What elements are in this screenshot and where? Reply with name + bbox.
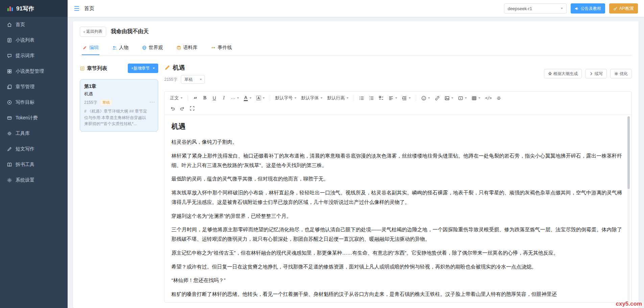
watermark: cxy5.com: [616, 301, 642, 307]
table-icon: [472, 96, 477, 101]
scrollbar-thumb[interactable]: [627, 116, 630, 189]
fullscreen-button[interactable]: [188, 104, 197, 113]
redo-icon: [180, 106, 185, 111]
chevron-down-icon: [263, 97, 265, 99]
sidebar-item-chapter-manage[interactable]: 章节管理: [0, 79, 68, 95]
chevron-down-icon: [153, 68, 155, 69]
editor-wordcount: 2155字: [164, 77, 177, 82]
api-config-button[interactable]: API配置: [609, 3, 638, 14]
sidebar-item-prompt-library[interactable]: 提示词库: [0, 48, 68, 64]
chevron-down-icon: [465, 97, 467, 99]
tab-edit[interactable]: 编辑: [82, 41, 99, 55]
highlight-color-button[interactable]: A: [254, 94, 267, 102]
sidebar-item-label: 章节管理: [16, 84, 34, 90]
font-color-button[interactable]: A: [242, 94, 254, 102]
magic-icon: [548, 72, 552, 76]
sidebar-item-short-writing[interactable]: 短文写作: [0, 141, 68, 157]
horizontal-rule-button[interactable]: [494, 94, 503, 102]
font-size-dropdown[interactable]: 默认字号: [273, 94, 299, 102]
chapter-panel-head: 章节列表 +新增章节: [80, 64, 158, 73]
link-button[interactable]: [433, 94, 442, 102]
italic-button[interactable]: I: [219, 94, 228, 102]
tab-corpus[interactable]: 语料库: [176, 41, 198, 55]
add-chapter-button[interactable]: +新增章节: [128, 64, 158, 73]
editor-scrollbar[interactable]: [627, 116, 630, 301]
horizontal-rule-icon: [496, 96, 501, 101]
generate-from-outline-button[interactable]: 根据大纲生成: [544, 69, 582, 78]
workspace: 章节列表 +新增章节 第1章 机遇 2155字: [80, 64, 632, 303]
settings-icon: [7, 177, 12, 183]
ordered-list-button[interactable]: [367, 94, 376, 102]
add-chapter-label: +新增章节: [131, 66, 150, 71]
announcement-button[interactable]: 公告及教程: [571, 3, 605, 14]
back-button-label: 返回列表: [86, 29, 102, 34]
toolbar-divider: [270, 95, 270, 101]
document-heading: 机遇: [171, 122, 622, 131]
emoji-icon: [421, 96, 426, 101]
editor-head: 机遇 2155字 草稿: [164, 64, 632, 84]
sidebar-item-novel-type[interactable]: 小说类型管理: [0, 64, 68, 79]
editor-document[interactable]: 机遇 枯灵谷的风，像钝刀子割肉。林轩紧了紧身上那件洗得发白、袖口还缀着补丁的灰布…: [165, 115, 631, 302]
paragraph-style-dropdown[interactable]: 正文: [168, 94, 185, 102]
sidebar-item-novel-list[interactable]: 小说列表: [0, 32, 68, 48]
chapter-status-select[interactable]: 草稿: [181, 75, 205, 84]
sidebar-item-home[interactable]: 首页: [0, 17, 68, 32]
sidebar-item-book-analysis[interactable]: 拆书工具: [0, 157, 68, 172]
chapter-more-button[interactable]: ···: [149, 99, 155, 104]
tab-timeline[interactable]: 事件线: [210, 41, 233, 55]
table-button[interactable]: [470, 94, 482, 102]
video-button[interactable]: [456, 94, 469, 102]
tab-characters[interactable]: 人物: [112, 41, 129, 55]
underline-button[interactable]: U: [210, 94, 219, 102]
font-family-value: 默认字体: [301, 95, 319, 101]
align-dropdown[interactable]: [386, 94, 399, 102]
editor-box: 正文 “ B U I ··· A A 默认字号: [164, 91, 632, 303]
sidebar-item-label: 短文写作: [16, 146, 34, 152]
chapter-panel-title-label: 章节列表: [87, 65, 107, 72]
tab-worldview[interactable]: 世界观: [141, 41, 164, 55]
line-height-dropdown[interactable]: 默认行高: [325, 94, 351, 102]
more-text-styles-button[interactable]: ···: [229, 94, 241, 102]
sidebar: 91写作 首页 小说列表 提示词库 小说类型管理 章节管理: [0, 0, 68, 308]
undo-button[interactable]: [168, 104, 177, 113]
hamburger-menu-icon[interactable]: ☰: [74, 5, 79, 13]
sidebar-item-toolbox[interactable]: 工具库: [0, 126, 68, 141]
emoji-button[interactable]: [419, 94, 432, 102]
tab-label: 事件线: [218, 45, 232, 51]
characters-tab-icon: [112, 45, 117, 50]
task-list-button[interactable]: [377, 94, 386, 102]
code-button[interactable]: </>: [483, 94, 494, 102]
indent-dropdown[interactable]: [400, 94, 413, 102]
worldview-tab-icon: [142, 45, 147, 50]
chevron-down-icon: [181, 97, 183, 99]
sidebar-item-label: 写作目标: [16, 99, 34, 105]
blockquote-button[interactable]: “: [191, 94, 200, 102]
back-to-list-button[interactable]: ‹ 返回列表: [80, 27, 106, 37]
chapter-list-icon: [80, 66, 85, 71]
redo-button[interactable]: [178, 104, 187, 113]
chevron-down-icon: [451, 97, 453, 99]
optimize-button[interactable]: 优化: [610, 69, 632, 78]
corpus-tab-icon: [176, 45, 181, 50]
chevron-down-icon: [409, 97, 411, 99]
font-color-icon: A: [244, 95, 248, 101]
sidebar-item-label: 小说列表: [16, 37, 34, 43]
font-family-dropdown[interactable]: 默认字体: [299, 94, 325, 102]
sidebar-item-label: 小说类型管理: [16, 68, 44, 74]
bold-button[interactable]: B: [200, 94, 209, 102]
chapter-status-value: 草稿: [185, 77, 193, 82]
bullet-list-button[interactable]: [357, 94, 366, 102]
sidebar-item-writing-goal[interactable]: 写作目标: [0, 95, 68, 110]
model-select[interactable]: deepseek-r1: [504, 3, 567, 14]
sidebar-item-settings[interactable]: 系统设置: [0, 172, 68, 188]
chevron-down-icon: [294, 97, 296, 99]
sidebar-item-token-billing[interactable]: Token计费: [0, 110, 68, 126]
chapter-panel-title: 章节列表: [80, 65, 107, 72]
image-button[interactable]: [443, 94, 455, 102]
continue-writing-button[interactable]: 续写: [585, 69, 607, 78]
chevron-down-icon: [395, 97, 397, 99]
document-body[interactable]: 枯灵谷的风，像钝刀子割肉。林轩紧了紧身上那件洗得发白、袖口还缀着补丁的灰布道袍，…: [171, 137, 622, 299]
chapter-card[interactable]: 第1章 机遇 2155字 草稿 # 《机遇》章节详细大纲 ## 章节定位与作用 …: [80, 79, 158, 132]
novel-list-icon: [7, 38, 12, 43]
app-logo: 91写作: [0, 0, 68, 17]
